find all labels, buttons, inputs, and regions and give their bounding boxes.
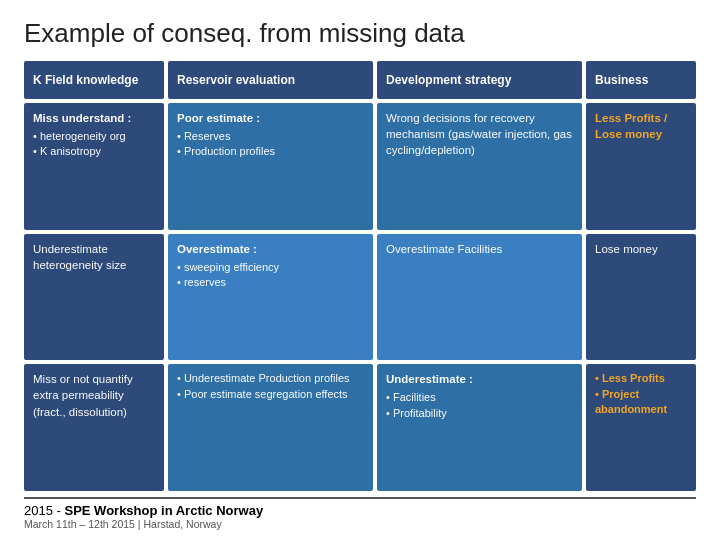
page: Example of conseq. from missing data K F… [0,0,720,540]
header-col1: K Field knowledge [24,61,164,99]
row1-col4-text: Less Profits / Lose money [595,112,667,140]
row1-col1-bullet2: K anisotropy [33,144,155,159]
row1-col2-bullet1: Reserves [177,129,364,144]
main-table: K Field knowledge Reservoir evaluation D… [24,61,696,491]
row2-col2: Overestimate : sweeping efficiency reser… [168,234,373,361]
row2-col1-label: Underestimate heterogeneity size [33,243,126,271]
row3-col2: Underestimate Production profiles Poor e… [168,364,373,491]
row3-col1-label: Miss or not quantify extra permeability … [33,373,133,417]
footer: 2015 - SPE Workshop in Arctic Norway Mar… [24,497,696,530]
footer-main: 2015 - SPE Workshop in Arctic Norway [24,503,696,518]
header-col3: Development strategy [377,61,582,99]
row3-col4-bullet1: Less Profits [595,371,687,386]
row2-col2-bullet1: sweeping efficiency [177,260,364,275]
row3-col2-bullet1: Underestimate Production profiles [177,371,364,386]
row2-col4-text: Lose money [595,243,658,255]
row1-col2-bullet2: Production profiles [177,144,364,159]
row3-col4: Less Profits Project abandonment [586,364,696,491]
row3-col2-bullet2: Poor estimate segregation effects [177,387,364,402]
row1-col3: Wrong decisions for recovery mechanism (… [377,103,582,230]
row2-col3-text: Overestimate Facilities [386,243,502,255]
row2-col4: Lose money [586,234,696,361]
row1-col1-bullet1: heterogeneity org [33,129,155,144]
row3-col3: Underestimate : Facilities Profitability [377,364,582,491]
row1-col1: Miss understand : heterogeneity org K an… [24,103,164,230]
row3-col3-bullet2: Profitability [386,406,573,421]
row1-col2: Poor estimate : Reserves Production prof… [168,103,373,230]
row3-col1: Miss or not quantify extra permeability … [24,364,164,491]
row1-col4: Less Profits / Lose money [586,103,696,230]
row3-col3-bullet1: Facilities [386,390,573,405]
header-col2: Reservoir evaluation [168,61,373,99]
row2-col2-label: Overestimate : [177,241,364,257]
row2-col2-bullet2: reserves [177,275,364,290]
row3-col4-bullet2: Project abandonment [595,387,687,418]
row2-col1: Underestimate heterogeneity size [24,234,164,361]
row1-col2-label: Poor estimate : [177,110,364,126]
page-title: Example of conseq. from missing data [24,18,696,49]
row1-col1-label: Miss understand : [33,110,155,126]
row2-col3: Overestimate Facilities [377,234,582,361]
header-col4: Business [586,61,696,99]
row3-col3-label: Underestimate : [386,371,573,387]
row1-col3-text: Wrong decisions for recovery mechanism (… [386,112,572,156]
footer-sub: March 11th – 12th 2015 | Harstad, Norway [24,518,696,530]
